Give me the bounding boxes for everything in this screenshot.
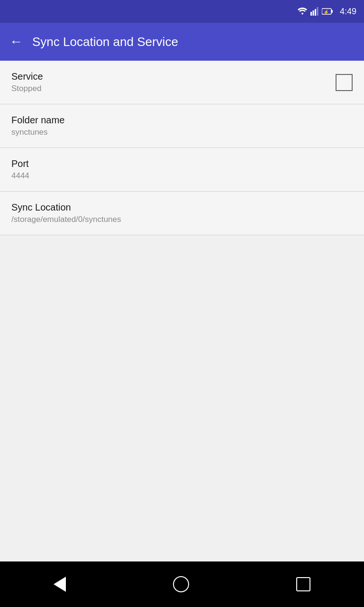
app-bar-title: Sync Location and Service [32,35,178,49]
service-setting-item[interactable]: Service Stopped [0,61,364,104]
sync-location-value: /storage/emulated/0/synctunes [11,215,121,224]
sync-location-setting-item[interactable]: Sync Location /storage/emulated/0/synctu… [0,192,364,235]
signal-icon [310,7,319,16]
sync-location-label: Sync Location [11,202,121,213]
folder-name-label: Folder name [11,115,64,126]
nav-home-button[interactable] [173,576,189,592]
svg-text:⚡: ⚡ [323,9,329,15]
port-setting-item[interactable]: Port 4444 [0,148,364,192]
nav-back-icon [54,577,66,592]
nav-home-icon [173,576,189,592]
nav-recent-button[interactable] [296,577,310,591]
battery-icon: ⚡ [322,8,333,15]
content: Service Stopped Folder name synctunes Po… [0,61,364,561]
nav-back-button[interactable] [54,577,66,592]
folder-name-value: synctunes [11,128,64,137]
app-bar: ← Sync Location and Service [0,23,364,61]
port-value: 4444 [11,171,29,181]
status-icons: ⚡ 4:49 [297,7,356,17]
service-label: Service [11,71,43,82]
svg-rect-0 [310,12,312,16]
nav-recent-icon [296,577,310,591]
back-button[interactable]: ← [9,35,23,48]
status-bar: ⚡ 4:49 [0,0,364,23]
svg-rect-5 [331,10,333,13]
folder-name-text: Folder name synctunes [11,115,64,137]
svg-rect-2 [315,9,316,16]
svg-rect-3 [317,7,318,16]
svg-rect-1 [312,10,314,16]
status-time: 4:49 [340,7,356,17]
nav-bar [0,561,364,607]
port-label: Port [11,158,29,169]
folder-name-setting-item[interactable]: Folder name synctunes [0,104,364,148]
sync-location-text: Sync Location /storage/emulated/0/synctu… [11,202,121,224]
service-checkbox[interactable] [336,74,353,91]
service-text: Service Stopped [11,71,43,93]
wifi-icon [297,7,308,16]
back-icon: ← [9,34,23,49]
service-value: Stopped [11,84,43,93]
port-text: Port 4444 [11,158,29,181]
